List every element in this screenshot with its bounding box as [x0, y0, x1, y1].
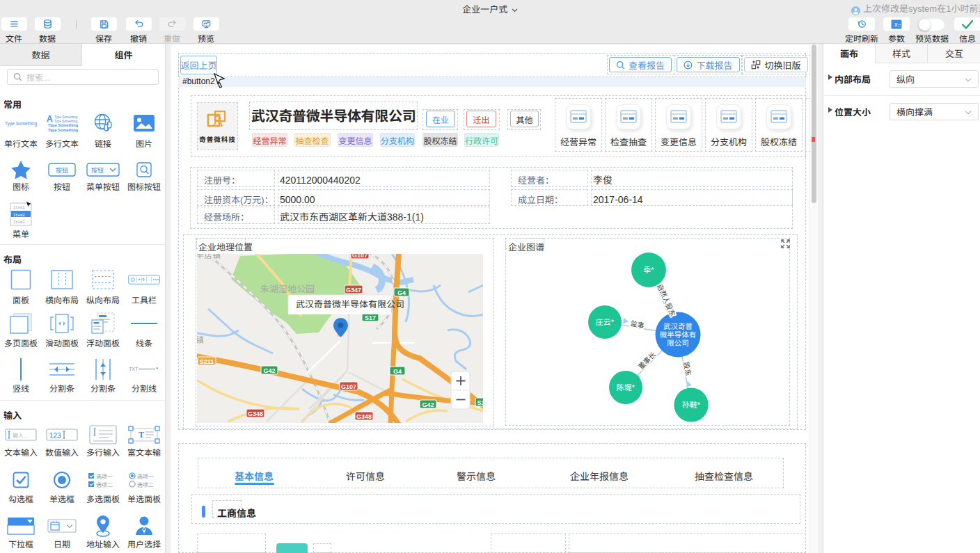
svg-text:Item2: Item2	[13, 212, 25, 217]
svg-text:选项二: 选项二	[137, 481, 154, 488]
svg-text:A: A	[47, 114, 53, 124]
svg-text:123: 123	[49, 431, 61, 439]
svg-text:T: T	[139, 430, 144, 440]
svg-text:G107: G107	[341, 383, 356, 390]
svg-text:董事长: 董事长	[635, 349, 658, 371]
svg-text:G348: G348	[248, 410, 263, 417]
svg-text:限公司: 限公司	[667, 337, 689, 348]
svg-text:监事: 监事	[630, 317, 646, 330]
svg-text:股东: 股东	[681, 361, 695, 376]
svg-text:季*: 季*	[643, 264, 654, 275]
svg-text:半店镇: 半店镇	[197, 254, 221, 260]
svg-text:选项一: 选项一	[137, 472, 154, 480]
svg-text:S211: S211	[200, 358, 214, 365]
svg-text:Type Something: Type Something	[5, 121, 38, 127]
svg-text:按钮: 按钮	[91, 166, 104, 175]
svg-text:武汉奇普微半导体有限公司: 武汉奇普微半导体有限公司	[296, 297, 404, 310]
svg-text:G107: G107	[352, 254, 368, 259]
svg-text:自然人股东: 自然人股东	[655, 282, 679, 318]
svg-text:Item3: Item3	[13, 220, 25, 225]
svg-text:=: =	[898, 22, 901, 28]
svg-text:G42: G42	[263, 367, 275, 374]
svg-text:Type Something: Type Something	[54, 120, 78, 123]
svg-text:G4: G4	[397, 289, 406, 296]
svg-text:Type Something: Type Something	[48, 128, 78, 132]
svg-text:G348: G348	[356, 413, 372, 420]
svg-text:Item1: Item1	[13, 205, 25, 209]
svg-text:孙鞋*: 孙鞋*	[682, 399, 701, 410]
svg-text:选项一: 选项一	[96, 472, 113, 480]
svg-text:G4: G4	[393, 368, 402, 375]
svg-text:镇: 镇	[197, 333, 204, 345]
svg-text:S1: S1	[477, 399, 483, 406]
svg-text:S17: S17	[365, 314, 376, 321]
svg-text:选项二: 选项二	[96, 481, 113, 488]
svg-text:Type Something: Type Something	[48, 123, 78, 127]
svg-text:庄云*: 庄云*	[596, 316, 615, 327]
svg-text:输入...: 输入...	[13, 431, 29, 439]
svg-text:Type Something: Type Something	[54, 115, 78, 119]
svg-text:按钮: 按钮	[56, 166, 68, 175]
svg-text:TXT: TXT	[129, 367, 139, 371]
svg-text:G42: G42	[422, 401, 434, 408]
svg-text:陈堤*: 陈堤*	[617, 381, 635, 392]
svg-text:朱湖湿地公园: 朱湖湿地公园	[260, 282, 315, 295]
svg-text:G347: G347	[346, 287, 361, 294]
